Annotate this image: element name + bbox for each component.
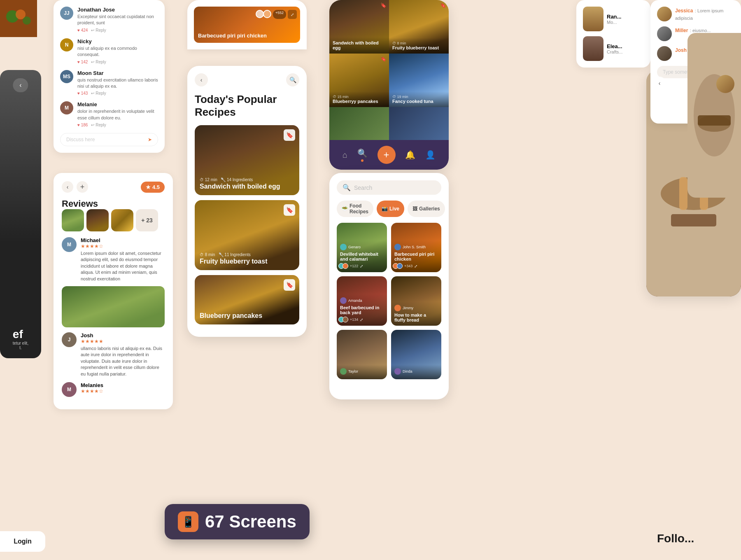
commenter-avatar: N [60,38,73,51]
reply-button[interactable]: ↩ Reply [91,91,106,96]
follow-title: Follo... [657,532,734,545]
reviewer-item: M Melanies ★★★★☆ [62,382,165,397]
grid-card-taylor[interactable]: Taylor [337,330,387,379]
bookmark-icon[interactable]: 🔖 [284,129,295,141]
comment-text: quis nostrud exercitation ullamco labori… [77,77,158,90]
reviews-back-button[interactable]: ‹ [62,181,73,193]
people-panel: Ran... Mo... Elea... Crafts... [576,0,650,68]
recipe-meta: ⏱ 8 min 🥄 11 Ingredients [200,252,267,257]
chef-panel: ‹ ef tetur elit,t. [0,70,41,358]
add-button[interactable]: + [377,146,396,164]
heart-count: ♥ 424 [77,28,88,33]
follow-section: Follo... [650,525,741,552]
reply-button[interactable]: ↩ Reply [91,28,106,33]
reviewer-food-image [62,286,165,327]
viewer-avatar [343,263,348,269]
reviewer-item: M Michael ★★★★☆ Lorem ipsum dolor sit am… [62,237,165,282]
reviewer-text: Lorem ipsum dolor sit amet, consectetur … [81,250,165,282]
commenter-name: Nicky [77,38,158,44]
login-label[interactable]: Login [5,538,40,545]
reply-button[interactable]: ↩ Reply [91,123,106,127]
comment-text: nisi ut aliquip ex ea commodo consequat. [77,45,158,58]
person-name-1: Ran... [607,14,621,20]
view-count: +343 [404,264,412,268]
grid-cell-pancakes[interactable]: ⏱ 15 min Blueberryy pancakes 🔖 [329,54,389,107]
bookmark-icon[interactable]: 🔖 [284,279,295,291]
reviews-add-button[interactable]: + [77,181,88,193]
heart-count: ♥ 186 [77,123,88,127]
commenter-avatar: M [60,101,73,114]
grid-cell-tuna[interactable]: ⏱ 19 min Fancy cooked tuna [389,54,449,107]
recipe-card-pancakes[interactable]: 🔖 Blueberry pancakes [195,275,299,324]
filter-live[interactable]: 📸 Live [377,201,404,217]
grid-extra-row [329,107,449,140]
grid-card-bread[interactable]: Jimmy How to make a fluffy bread [391,276,441,326]
recipe-image-blueberry: 🔖 ⏱ 8 min 🥄 11 Ingredients Fruity bluebe… [195,200,299,270]
person-name-2: Elea... [607,43,623,49]
expand-icon[interactable]: ⤢ [360,317,363,322]
svg-point-3 [23,16,31,25]
recipe-card-sandwich[interactable]: 🔖 ⏱ 12 min 🥄 14 Ingredients Sandwich wit… [195,125,299,195]
grid-card-dinda[interactable]: Dinda [391,330,441,379]
search-icon: 🔍 [343,184,351,191]
reply-button[interactable]: ↩ Reply [91,60,106,64]
expand-button[interactable]: ⤢ [288,10,297,19]
review-thumb-more: + 23 [136,209,158,231]
grid-card-piri-piri[interactable]: John S. Smith Barbecued piri piri chicke… [391,223,441,272]
author-avatar [340,297,347,304]
chef-subtitle: tetur elit,t. [13,341,28,350]
recipe-name: Sandwich with boiled egg [200,183,280,190]
bookmark-icon[interactable]: 🔖 [440,2,446,8]
card-name: Barbecued piri piri chicken [394,252,438,261]
comment-item: JJ Jonathan Jose Excepteur sint occaecat… [60,7,158,33]
bookmark-icon[interactable]: 🔖 [380,2,387,8]
grid-cell-sandwich[interactable]: Sandwich with boiled egg 🔖 [329,0,389,54]
chef-label: ef [13,328,28,341]
filter-food-recipes[interactable]: 🥗 Food Recipes [337,201,373,217]
nav-back-button[interactable]: ‹ [653,77,666,90]
grid-card-whitebait[interactable]: Genaro Devilled whitebait and calamari +… [337,223,387,272]
msg-avatar [657,7,672,21]
recipe-grid: Genaro Devilled whitebait and calamari +… [337,223,441,379]
review-thumb-2 [86,209,109,231]
card-name: Beef barbecued in back yard [340,305,384,315]
recipe-card-blueberry-toast[interactable]: 🔖 ⏱ 8 min 🥄 11 Ingredients Fruity bluebe… [195,200,299,270]
search-nav-item[interactable]: 🔍 [357,148,368,162]
msg-preview: : eiusmo... [690,28,711,33]
phone-search-button[interactable]: 🔍 [286,73,299,86]
card-name: How to make a fluffy bread [394,313,438,322]
discuss-input[interactable]: Discuss here ➤ [60,133,158,146]
expand-icon[interactable]: ⤢ [414,264,417,268]
bookmark-icon[interactable]: 🔖 [284,204,295,216]
grid-cell-blueberry-toast[interactable]: ⏱ 8 min Fruity blueberry toast 🔖 [389,0,449,54]
food-icon: 🥗 [342,206,348,212]
bookmark-icon[interactable]: 🔖 [380,56,387,62]
recipe-name: Blueberry pancakes [200,312,262,320]
author-name: Taylor [348,369,358,373]
commenter-name: Moon Star [77,70,158,76]
filter-galleries[interactable]: 🖼 Galleries [408,201,445,217]
bell-icon[interactable]: 🔔 [405,150,415,160]
commenter-name: Melanie [77,101,158,107]
barbecued-phone: Barbecued piri piri chicken +552 ⤢ [187,0,307,49]
search-placeholder: Search [354,184,372,191]
home-icon[interactable]: ⌂ [343,150,347,160]
expand-icon[interactable]: ⤢ [360,264,363,268]
reviewer-item: J Josh ★★★★★ ullamco laboris nisi ut ali… [62,332,165,377]
viewer-avatar [343,317,348,322]
author-name: John S. Smith [403,245,426,249]
grid-card-beef[interactable]: Amanda Beef barbecued in back yard +134 … [337,276,387,326]
phone-back-button[interactable]: ‹ [195,73,208,86]
grid-cell-extra2 [389,107,449,140]
author-avatar [394,244,401,250]
nav-back-button[interactable]: ‹ [13,78,28,92]
profile-icon[interactable]: 👤 [425,150,436,160]
send-icon[interactable]: ➤ [148,137,152,142]
recipe-name: Fruity blueberry toast [200,258,267,265]
login-panel: Login [0,531,45,552]
author-name: Jimmy [403,306,413,310]
search-bar[interactable]: 🔍 Search [337,180,441,195]
commenter-avatar: MS [60,70,73,83]
person-role-2: Crafts... [607,49,623,54]
viewer-avatar [397,263,403,269]
